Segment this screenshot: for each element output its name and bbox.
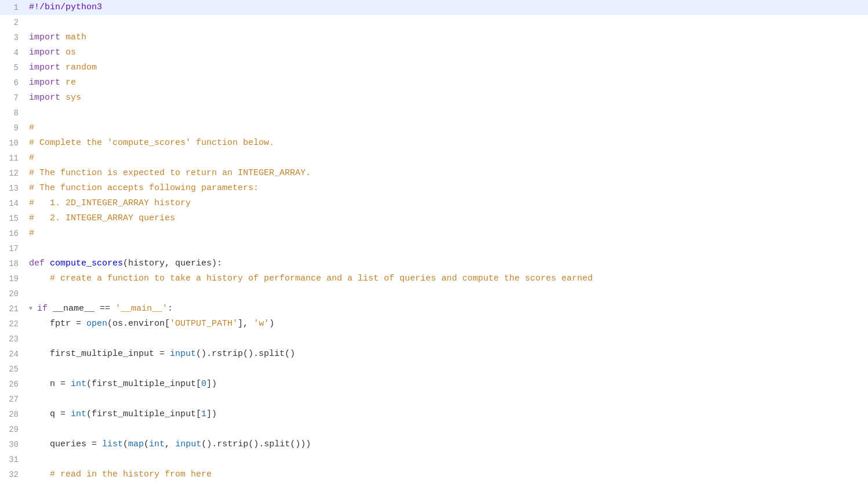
token-kw-comment: # create a function to take a history of… (50, 272, 593, 286)
token-kw-comment: # read in the history from here (50, 468, 212, 482)
line-number: 14 (0, 196, 24, 211)
token-kw-string: '__main__' (115, 302, 168, 316)
line-content (24, 105, 868, 121)
token-kw-import: import (29, 31, 60, 45)
line-number: 1 (0, 0, 24, 15)
code-row: 21▼if __name__ == '__main__': (0, 301, 868, 316)
line-content (24, 422, 868, 437)
token-kw-builtin: list (102, 438, 123, 452)
line-number: 23 (0, 332, 24, 347)
line-content: first_multiple_input = input().rstrip().… (24, 347, 868, 362)
code-row: 30 queries = list(map(int, input().rstri… (0, 437, 868, 452)
token-plain: ( (123, 438, 128, 452)
token-kw-space (60, 31, 66, 45)
line-number: 10 (0, 136, 24, 151)
token-kw-import: import (29, 91, 60, 105)
line-number: 6 (0, 75, 24, 90)
line-content: # Complete the 'compute_scores' function… (24, 136, 868, 151)
line-content: # 2. INTEGER_ARRAY queries (24, 211, 868, 226)
code-row: 19 # create a function to take a history… (0, 271, 868, 286)
code-row: 28 q = int(first_multiple_input[1]) (0, 407, 868, 422)
line-content (24, 362, 868, 377)
code-row: 23 (0, 332, 868, 347)
code-row: 18def compute_scores(history, queries): (0, 256, 868, 271)
code-row: 32 # read in the history from here (0, 467, 868, 482)
token-kw-builtin: input (170, 347, 196, 361)
token-plain: n = (29, 377, 71, 391)
line-number: 4 (0, 45, 24, 60)
line-content (24, 392, 868, 407)
line-number: 25 (0, 362, 24, 377)
token-plain: q = (29, 407, 71, 421)
fold-arrow-icon[interactable]: ▼ (29, 304, 36, 314)
code-editor: 1#!/bin/python323import math4import os5i… (0, 0, 868, 484)
code-row: 15# 2. INTEGER_ARRAY queries (0, 211, 868, 226)
line-content: queries = list(map(int, input().rstrip()… (24, 437, 868, 452)
line-number: 29 (0, 422, 24, 437)
line-content (24, 452, 868, 467)
line-number: 7 (0, 90, 24, 105)
token-plain: ]) (206, 407, 217, 421)
token-kw-module: random (66, 61, 97, 75)
line-number: 16 (0, 226, 24, 241)
token-kw-comment: # (29, 121, 34, 135)
code-lines-container: 1#!/bin/python323import math4import os5i… (0, 0, 868, 484)
code-row: 29 (0, 422, 868, 437)
token-plain: (first_multiple_input[ (86, 377, 201, 391)
code-row: 5import random (0, 60, 868, 75)
line-number: 18 (0, 256, 24, 271)
token-plain: (first_multiple_input[ (86, 407, 201, 421)
line-content: # 1. 2D_INTEGER_ARRAY history (24, 196, 868, 211)
line-number: 32 (0, 467, 24, 482)
token-plain: ().rstrip().split() (196, 347, 295, 361)
token-kw-comment: # 1. 2D_INTEGER_ARRAY history (29, 196, 191, 210)
line-number: 31 (0, 452, 24, 467)
line-content: # The function accepts following paramet… (24, 181, 868, 196)
code-row: 8 (0, 105, 868, 121)
token-kw-space (60, 76, 66, 90)
token-kw-if: if (37, 302, 48, 316)
line-number: 12 (0, 166, 24, 181)
line-content (24, 332, 868, 347)
token-plain: first_multiple_input = (29, 347, 170, 361)
line-number: 30 (0, 437, 24, 452)
code-row: 25 (0, 362, 868, 377)
token-plain: ]) (206, 377, 217, 391)
line-number: 2 (0, 15, 24, 30)
token-plain: (os.environ[ (107, 317, 170, 331)
token-plain: , (165, 438, 175, 452)
token-kw-module: sys (66, 91, 81, 105)
code-row: 22 fptr = open(os.environ['OUTPUT_PATH']… (0, 316, 868, 332)
token-kw-import: import (29, 76, 60, 90)
line-number: 13 (0, 181, 24, 196)
token-kw-builtin: int (71, 407, 86, 421)
line-number: 27 (0, 392, 24, 407)
token-plain: fptr = (29, 317, 86, 331)
token-kw-module: os (66, 46, 76, 60)
line-number: 26 (0, 377, 24, 392)
line-content: # (24, 151, 868, 166)
token-plain: queries = (29, 438, 102, 452)
line-number: 5 (0, 60, 24, 75)
code-row: 26 n = int(first_multiple_input[0]) (0, 377, 868, 392)
line-content (24, 286, 868, 301)
token-plain: (history, queries): (123, 257, 222, 271)
line-content: import sys (24, 90, 868, 105)
token-kw-builtin: int (71, 377, 86, 391)
code-row: 12# The function is expected to return a… (0, 166, 868, 181)
token-kw-space (60, 46, 66, 60)
line-content (24, 241, 868, 256)
line-content: def compute_scores(history, queries): (24, 256, 868, 271)
line-number: 19 (0, 271, 24, 286)
line-number: 24 (0, 347, 24, 362)
line-content: q = int(first_multiple_input[1]) (24, 407, 868, 422)
line-content: # The function is expected to return an … (24, 166, 868, 181)
line-content: import math (24, 30, 868, 45)
code-row: 9# (0, 121, 868, 136)
token-kw-space (60, 91, 66, 105)
token-kw-comment: # (29, 227, 34, 241)
line-content: #!/bin/python3 (24, 0, 868, 15)
line-content: import random (24, 60, 868, 75)
token-plain (29, 272, 50, 286)
line-number: 9 (0, 121, 24, 136)
